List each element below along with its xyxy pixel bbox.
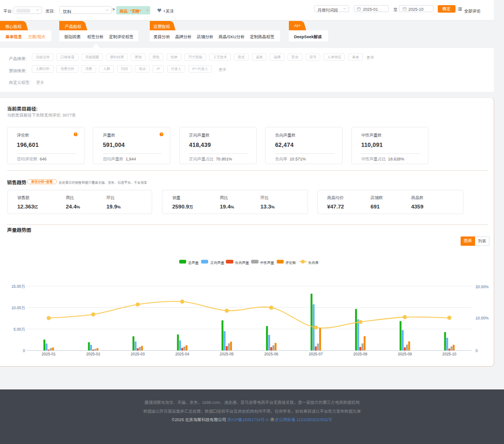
svg-text:2025-09: 2025-09 [398,352,412,356]
svg-text:2025-10: 2025-10 [442,352,456,356]
svg-text:20.00%: 20.00% [476,284,489,289]
svg-text:2025-06: 2025-06 [264,352,278,356]
svg-text:2025-07: 2025-07 [309,352,323,356]
svg-text:10.00万: 10.00万 [11,305,25,310]
svg-text:2025-05: 2025-05 [220,352,234,356]
svg-text:2025-03: 2025-03 [131,352,145,356]
svg-text:2025-08: 2025-08 [353,352,367,356]
svg-text:10.00%: 10.00% [476,316,489,320]
svg-text:5.00万: 5.00万 [14,327,25,332]
svg-text:0: 0 [476,348,478,353]
svg-text:15.00万: 15.00万 [11,284,25,289]
svg-text:0: 0 [23,348,25,353]
svg-text:2025-01: 2025-01 [42,352,56,356]
svg-text:2025-04: 2025-04 [175,352,189,356]
svg-text:2025-02: 2025-02 [86,352,100,356]
